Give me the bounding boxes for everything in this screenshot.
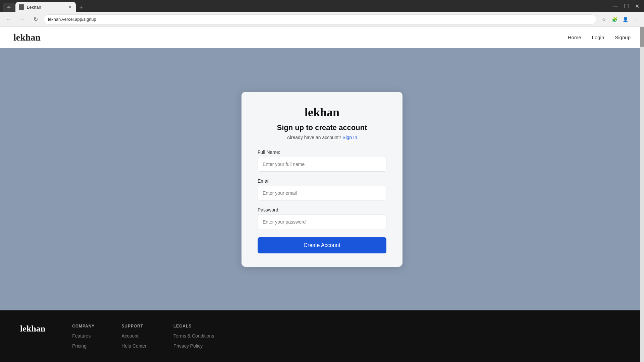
- footer-link-privacy[interactable]: Privacy Policy: [173, 343, 214, 349]
- password-group: Password:: [258, 207, 386, 229]
- profile-icon[interactable]: 👤: [621, 15, 630, 24]
- nav-home[interactable]: Home: [568, 35, 581, 40]
- nav-signup[interactable]: Signup: [615, 35, 631, 40]
- card-title: Sign up to create account: [258, 123, 386, 132]
- window-controls: — ❐ ✕: [611, 2, 641, 10]
- footer-link-pricing[interactable]: Pricing: [72, 343, 95, 349]
- tab-close-button[interactable]: ✕: [67, 4, 72, 10]
- bookmark-icon[interactable]: ☆: [599, 15, 608, 24]
- tab-inactive[interactable]: [3, 3, 15, 12]
- card-subtitle: Already have an account? Sign In: [258, 135, 386, 140]
- signup-card: lekhan Sign up to create account Already…: [241, 92, 402, 267]
- site-header: lekhan Home Login Signup: [0, 27, 644, 48]
- footer-link-account[interactable]: Account: [121, 333, 147, 339]
- site-nav: Home Login Signup: [568, 35, 631, 40]
- forward-button[interactable]: →: [17, 14, 28, 25]
- minimize-button[interactable]: —: [611, 2, 620, 10]
- tab-active[interactable]: Lekhan ✕: [15, 2, 76, 12]
- footer-logo: lekhan: [20, 324, 45, 334]
- restore-button[interactable]: ❐: [622, 2, 631, 10]
- full-name-input[interactable]: [258, 157, 386, 172]
- page-content: lekhan Home Login Signup lekhan Sign up …: [0, 27, 644, 362]
- toolbar-actions: ☆ 🧩 👤 ⋮: [599, 15, 641, 24]
- main-area: lekhan Sign up to create account Already…: [0, 48, 644, 310]
- footer-link-terms[interactable]: Terms & Conditions: [173, 333, 214, 339]
- subtitle-text: Already have an account?: [287, 135, 341, 140]
- menu-icon[interactable]: ⋮: [631, 15, 641, 24]
- email-group: Email:: [258, 178, 386, 200]
- footer-col-support: SUPPORT Account Help Center: [121, 324, 147, 349]
- scrollbar-thumb[interactable]: [640, 27, 644, 47]
- footer-col-company: COMPANY Features Pricing: [72, 324, 95, 349]
- browser-titlebar: Lekhan ✕ + — ❐ ✕: [0, 0, 644, 12]
- reload-button[interactable]: ↻: [30, 14, 41, 25]
- back-button[interactable]: ←: [3, 14, 14, 25]
- browser-chrome: Lekhan ✕ + — ❐ ✕ ← → ↻ ☆ 🧩 👤 ⋮: [0, 0, 644, 27]
- create-account-button[interactable]: Create Account: [258, 237, 386, 253]
- tab-favicon: [19, 4, 24, 10]
- browser-toolbar: ← → ↻ ☆ 🧩 👤 ⋮: [0, 12, 644, 27]
- password-label: Password:: [258, 207, 386, 213]
- password-input[interactable]: [258, 215, 386, 229]
- full-name-label: Full Name:: [258, 149, 386, 155]
- footer-col-support-title: SUPPORT: [121, 324, 147, 328]
- card-logo: lekhan: [258, 105, 386, 119]
- extension-icon[interactable]: 🧩: [610, 15, 619, 24]
- address-bar[interactable]: [44, 14, 596, 24]
- signin-link[interactable]: Sign In: [342, 135, 357, 140]
- close-button[interactable]: ✕: [633, 2, 641, 10]
- footer-link-features[interactable]: Features: [72, 333, 95, 339]
- new-tab-button[interactable]: +: [76, 3, 86, 12]
- email-label: Email:: [258, 178, 386, 184]
- footer-link-help[interactable]: Help Center: [121, 343, 147, 349]
- nav-login[interactable]: Login: [592, 35, 604, 40]
- footer-col-company-title: COMPANY: [72, 324, 95, 328]
- tab-list: Lekhan ✕ +: [3, 0, 610, 12]
- site-logo: lekhan: [13, 32, 568, 43]
- site-footer: lekhan COMPANY Features Pricing SUPPORT …: [0, 310, 644, 362]
- scrollbar-track[interactable]: [640, 27, 644, 362]
- email-input[interactable]: [258, 186, 386, 200]
- footer-col-legals-title: LEGALS: [173, 324, 214, 328]
- tab-label: Lekhan: [27, 5, 41, 10]
- full-name-group: Full Name:: [258, 149, 386, 172]
- footer-col-legals: LEGALS Terms & Conditions Privacy Policy: [173, 324, 214, 349]
